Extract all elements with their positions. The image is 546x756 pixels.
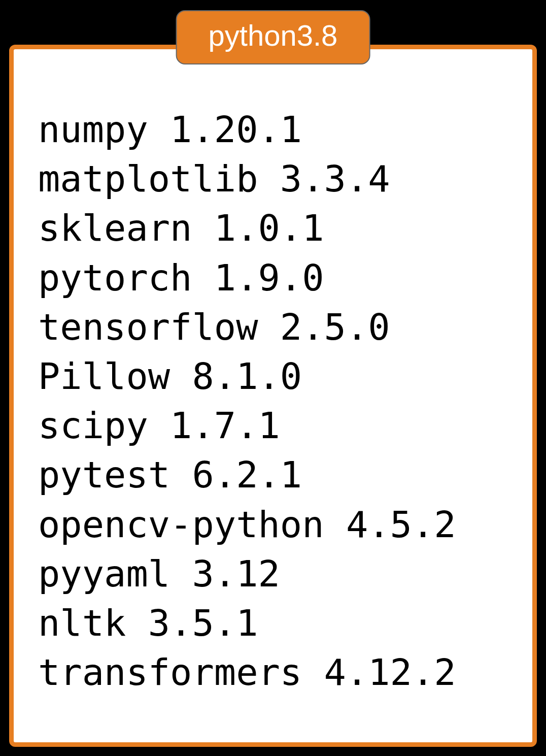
package-version: 4.5.2: [346, 503, 456, 546]
package-name: Pillow: [38, 355, 170, 398]
package-name: pyyaml: [38, 552, 170, 595]
package-item: tensorflow 2.5.0: [38, 303, 508, 352]
package-version: 3.12: [192, 552, 280, 595]
package-item: pytorch 1.9.0: [38, 253, 508, 303]
package-name: tensorflow: [38, 306, 258, 348]
package-version: 1.9.0: [214, 256, 324, 299]
package-item: opencv-python 4.5.2: [38, 500, 508, 549]
package-item: pytest 6.2.1: [38, 450, 508, 500]
package-version: 1.20.1: [170, 108, 302, 151]
package-version: 6.2.1: [192, 453, 302, 496]
package-version: 3.5.1: [148, 602, 258, 644]
environment-title: python3.8: [209, 19, 338, 52]
package-version: 3.3.4: [280, 157, 390, 200]
package-item: nltk 3.5.1: [38, 599, 508, 648]
package-item: sklearn 1.0.1: [38, 204, 508, 253]
package-item: scipy 1.7.1: [38, 401, 508, 450]
package-container: numpy 1.20.1 matplotlib 3.3.4 sklearn 1.…: [9, 45, 537, 747]
package-name: numpy: [38, 108, 148, 151]
package-item: matplotlib 3.3.4: [38, 154, 508, 204]
package-list: numpy 1.20.1 matplotlib 3.3.4 sklearn 1.…: [38, 105, 508, 697]
package-name: scipy: [38, 404, 148, 447]
package-name: matplotlib: [38, 157, 258, 200]
package-name: pytorch: [38, 256, 192, 299]
package-version: 4.12.2: [324, 651, 456, 694]
package-item: Pillow 8.1.0: [38, 352, 508, 401]
package-name: nltk: [38, 602, 126, 644]
package-name: pytest: [38, 453, 170, 496]
package-item: pyyaml 3.12: [38, 549, 508, 599]
package-item: numpy 1.20.1: [38, 105, 508, 154]
package-name: sklearn: [38, 207, 192, 249]
package-name: opencv-python: [38, 503, 324, 546]
environment-title-badge: python3.8: [176, 10, 370, 64]
package-version: 1.7.1: [170, 404, 280, 447]
package-version: 2.5.0: [280, 306, 390, 348]
package-name: transformers: [38, 651, 302, 694]
package-version: 8.1.0: [192, 355, 302, 398]
package-version: 1.0.1: [214, 207, 324, 249]
package-item: transformers 4.12.2: [38, 648, 508, 697]
